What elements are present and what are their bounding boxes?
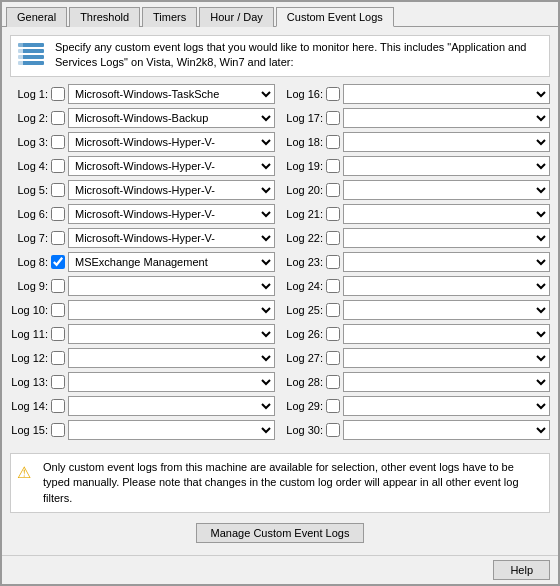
log-select-right-30[interactable] [343,420,550,440]
log-checkbox-right-24[interactable] [326,279,340,293]
log-checkbox-right-28[interactable] [326,375,340,389]
log-select-left-13[interactable] [68,372,275,392]
log-checkbox-left-9[interactable] [51,279,65,293]
log-checkbox-left-1[interactable] [51,87,65,101]
log-label-right-23: Log 23: [285,256,323,268]
log-label-left-6: Log 6: [10,208,48,220]
log-checkbox-left-2[interactable] [51,111,65,125]
log-select-left-9[interactable] [68,276,275,296]
log-checkbox-left-13[interactable] [51,375,65,389]
log-checkbox-left-4[interactable] [51,159,65,173]
log-label-right-19: Log 19: [285,160,323,172]
log-row-right-23: Log 23: [285,251,550,273]
log-checkbox-right-18[interactable] [326,135,340,149]
log-row-left-3: Log 3:Microsoft-Windows-Hyper-V- [10,131,275,153]
log-checkbox-left-10[interactable] [51,303,65,317]
log-checkbox-right-23[interactable] [326,255,340,269]
log-select-right-19[interactable] [343,156,550,176]
log-checkbox-right-29[interactable] [326,399,340,413]
log-label-left-7: Log 7: [10,232,48,244]
log-label-right-24: Log 24: [285,280,323,292]
logs-grid: Log 1:Microsoft-Windows-TaskScheLog 2:Mi… [10,83,550,447]
log-checkbox-right-22[interactable] [326,231,340,245]
log-label-left-13: Log 13: [10,376,48,388]
log-row-right-18: Log 18: [285,131,550,153]
log-select-left-8[interactable]: MSExchange Management [68,252,275,272]
log-select-right-29[interactable] [343,396,550,416]
log-checkbox-right-27[interactable] [326,351,340,365]
log-checkbox-left-14[interactable] [51,399,65,413]
log-checkbox-right-19[interactable] [326,159,340,173]
log-select-right-23[interactable] [343,252,550,272]
log-row-left-1: Log 1:Microsoft-Windows-TaskSche [10,83,275,105]
log-select-right-16[interactable] [343,84,550,104]
log-select-right-20[interactable] [343,180,550,200]
log-row-right-24: Log 24: [285,275,550,297]
log-select-left-11[interactable] [68,324,275,344]
log-checkbox-right-16[interactable] [326,87,340,101]
help-button[interactable]: Help [493,560,550,580]
log-label-right-17: Log 17: [285,112,323,124]
tab-hour-day[interactable]: Hour / Day [199,7,274,27]
log-label-left-11: Log 11: [10,328,48,340]
log-label-left-1: Log 1: [10,88,48,100]
log-checkbox-left-11[interactable] [51,327,65,341]
footer-bar: Help [2,555,558,584]
log-select-left-6[interactable]: Microsoft-Windows-Hyper-V- [68,204,275,224]
tab-bar: General Threshold Timers Hour / Day Cust… [2,2,558,27]
log-select-left-3[interactable]: Microsoft-Windows-Hyper-V- [68,132,275,152]
log-checkbox-left-6[interactable] [51,207,65,221]
log-label-right-21: Log 21: [285,208,323,220]
log-select-left-2[interactable]: Microsoft-Windows-Backup [68,108,275,128]
log-label-left-12: Log 12: [10,352,48,364]
log-checkbox-left-7[interactable] [51,231,65,245]
log-select-right-22[interactable] [343,228,550,248]
log-select-left-12[interactable] [68,348,275,368]
log-label-left-2: Log 2: [10,112,48,124]
log-checkbox-right-30[interactable] [326,423,340,437]
log-checkbox-left-5[interactable] [51,183,65,197]
log-checkbox-left-15[interactable] [51,423,65,437]
log-row-left-10: Log 10: [10,299,275,321]
log-select-left-1[interactable]: Microsoft-Windows-TaskSche [68,84,275,104]
log-checkbox-right-17[interactable] [326,111,340,125]
tab-general[interactable]: General [6,7,67,27]
log-row-right-30: Log 30: [285,419,550,441]
log-select-right-18[interactable] [343,132,550,152]
log-row-left-7: Log 7:Microsoft-Windows-Hyper-V- [10,227,275,249]
tab-threshold[interactable]: Threshold [69,7,140,27]
info-icon [15,40,47,72]
log-select-left-15[interactable] [68,420,275,440]
main-window: General Threshold Timers Hour / Day Cust… [0,0,560,586]
warning-box: ⚠ Only custom event logs from this machi… [10,453,550,513]
log-select-right-25[interactable] [343,300,550,320]
log-select-right-27[interactable] [343,348,550,368]
log-select-right-28[interactable] [343,372,550,392]
log-row-left-13: Log 13: [10,371,275,393]
log-select-left-14[interactable] [68,396,275,416]
log-row-left-5: Log 5:Microsoft-Windows-Hyper-V- [10,179,275,201]
log-select-right-21[interactable] [343,204,550,224]
log-checkbox-left-12[interactable] [51,351,65,365]
log-select-right-24[interactable] [343,276,550,296]
log-row-right-27: Log 27: [285,347,550,369]
tab-timers[interactable]: Timers [142,7,197,27]
log-select-left-7[interactable]: Microsoft-Windows-Hyper-V- [68,228,275,248]
warning-text: Only custom event logs from this machine… [43,460,543,506]
log-select-left-4[interactable]: Microsoft-Windows-Hyper-V- [68,156,275,176]
log-checkbox-right-20[interactable] [326,183,340,197]
log-row-right-17: Log 17: [285,107,550,129]
log-select-right-17[interactable] [343,108,550,128]
log-label-left-9: Log 9: [10,280,48,292]
tab-custom-event-logs[interactable]: Custom Event Logs [276,7,394,27]
log-select-left-5[interactable]: Microsoft-Windows-Hyper-V- [68,180,275,200]
svg-rect-5 [18,43,23,69]
log-checkbox-right-21[interactable] [326,207,340,221]
log-checkbox-left-8[interactable] [51,255,65,269]
log-select-left-10[interactable] [68,300,275,320]
log-select-right-26[interactable] [343,324,550,344]
log-checkbox-right-25[interactable] [326,303,340,317]
log-checkbox-left-3[interactable] [51,135,65,149]
log-checkbox-right-26[interactable] [326,327,340,341]
manage-custom-event-logs-button[interactable]: Manage Custom Event Logs [196,523,365,543]
